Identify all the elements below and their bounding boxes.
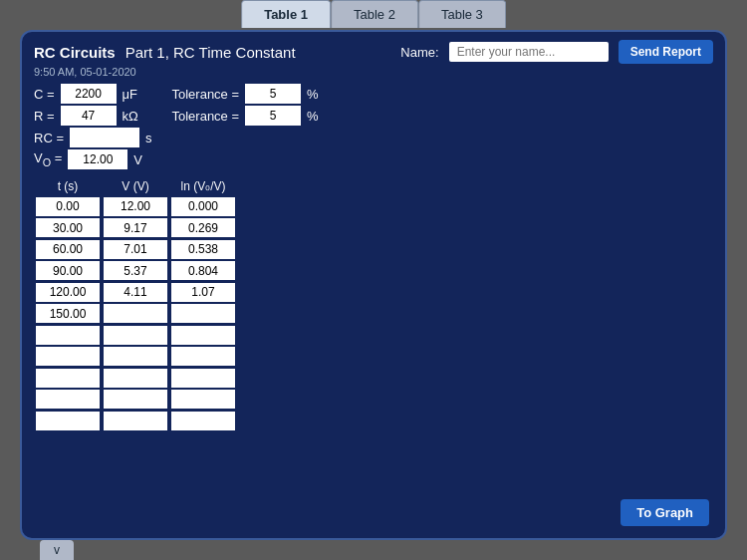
cell-t-10[interactable] — [36, 412, 100, 430]
cell-v-9[interactable] — [104, 390, 167, 409]
rc-row: RC = s — [34, 128, 151, 147]
cell-v-0[interactable] — [104, 197, 167, 216]
cell-v-4[interactable] — [104, 283, 167, 302]
to-graph-button[interactable]: To Graph — [621, 499, 709, 526]
r-unit: kΩ — [123, 109, 138, 124]
tabs-bar: Table 1 Table 2 Table 3 — [241, 0, 506, 28]
panel-header: RC Circuits Part 1, RC Time Constant Nam… — [22, 32, 725, 66]
c-unit: μF — [123, 87, 137, 102]
c-label: C = — [34, 87, 55, 102]
table-row — [34, 303, 237, 325]
tol2-label: Tolerance = — [171, 109, 239, 124]
resistance-row: R = kΩ — [34, 106, 151, 126]
table-row — [34, 281, 237, 303]
cell-ln-9[interactable] — [171, 390, 235, 409]
table-row — [34, 260, 237, 282]
cell-v-1[interactable] — [104, 218, 167, 237]
v0-row: VO = V — [34, 149, 151, 169]
v0-label: VO = — [34, 150, 62, 168]
table-row — [34, 238, 237, 260]
send-report-button[interactable]: Send Report — [619, 40, 713, 64]
cell-ln-4[interactable] — [171, 283, 235, 302]
tolerance-column: Tolerance = % Tolerance = % — [171, 84, 318, 171]
cell-t-5[interactable] — [36, 304, 100, 323]
c-input[interactable] — [61, 84, 117, 104]
main-panel: RC Circuits Part 1, RC Time Constant Nam… — [20, 30, 727, 540]
cell-v-7[interactable] — [104, 347, 167, 366]
table-row — [34, 346, 237, 368]
v0-unit: V — [133, 152, 142, 167]
table-row — [34, 389, 237, 411]
bottom-tab[interactable]: v — [40, 540, 74, 560]
capacitance-row: C = μF — [34, 84, 151, 104]
panel-title: RC Circuits — [34, 44, 116, 61]
rc-input[interactable] — [70, 128, 139, 147]
name-label: Name: — [400, 45, 438, 60]
tol2-unit: % — [307, 109, 319, 124]
cell-ln-7[interactable] — [171, 347, 235, 366]
cell-t-8[interactable] — [36, 369, 100, 388]
cell-t-4[interactable] — [36, 283, 100, 302]
panel-subtitle: Part 1, RC Time Constant — [125, 44, 296, 61]
form-column: C = μF R = kΩ RC = s VO = V — [34, 84, 151, 171]
tolerance1-row: Tolerance = % — [171, 84, 318, 104]
rc-label: RC = — [34, 131, 64, 145]
col-header-t: t (s) — [34, 177, 102, 195]
data-table-area: t (s) V (V) ln (V₀/V) — [22, 173, 725, 435]
cell-v-3[interactable] — [104, 261, 167, 280]
cell-t-0[interactable] — [36, 197, 100, 216]
table-row — [34, 195, 237, 217]
table-row — [34, 410, 237, 431]
col-header-ln: ln (V₀/V) — [169, 177, 237, 195]
cell-v-6[interactable] — [104, 326, 167, 345]
tol1-label: Tolerance = — [171, 87, 239, 102]
cell-ln-5[interactable] — [171, 304, 235, 323]
data-table: t (s) V (V) ln (V₀/V) — [34, 177, 237, 431]
table-row — [34, 217, 237, 239]
cell-ln-8[interactable] — [171, 369, 235, 388]
table-row — [34, 367, 237, 389]
v0-input[interactable] — [68, 149, 127, 169]
cell-t-6[interactable] — [36, 326, 100, 345]
tol1-input[interactable] — [245, 84, 301, 104]
cell-v-5[interactable] — [104, 304, 167, 323]
tolerance2-row: Tolerance = % — [171, 106, 318, 126]
cell-t-1[interactable] — [36, 218, 100, 237]
cell-v-2[interactable] — [104, 240, 167, 259]
cell-t-2[interactable] — [36, 240, 100, 259]
tab-table2[interactable]: Table 2 — [331, 0, 418, 28]
cell-v-10[interactable] — [104, 412, 167, 430]
rc-unit: s — [145, 131, 152, 145]
cell-ln-3[interactable] — [171, 261, 235, 280]
name-input[interactable] — [449, 42, 609, 62]
cell-ln-1[interactable] — [171, 218, 235, 237]
cell-t-9[interactable] — [36, 390, 100, 409]
cell-ln-6[interactable] — [171, 326, 235, 345]
r-label: R = — [34, 109, 55, 124]
tab-table1[interactable]: Table 1 — [241, 0, 331, 28]
cell-ln-10[interactable] — [171, 412, 235, 430]
panel-date: 9:50 AM, 05-01-2020 — [22, 66, 725, 84]
tol2-input[interactable] — [245, 106, 301, 126]
cell-ln-0[interactable] — [171, 197, 235, 216]
tol1-unit: % — [307, 87, 319, 102]
tab-table3[interactable]: Table 3 — [418, 0, 506, 28]
cell-ln-2[interactable] — [171, 240, 235, 259]
table-row — [34, 324, 237, 346]
cell-t-3[interactable] — [36, 261, 100, 280]
cell-v-8[interactable] — [104, 369, 167, 388]
cell-t-7[interactable] — [36, 347, 100, 366]
col-header-v: V (V) — [102, 177, 169, 195]
r-input[interactable] — [61, 106, 117, 126]
